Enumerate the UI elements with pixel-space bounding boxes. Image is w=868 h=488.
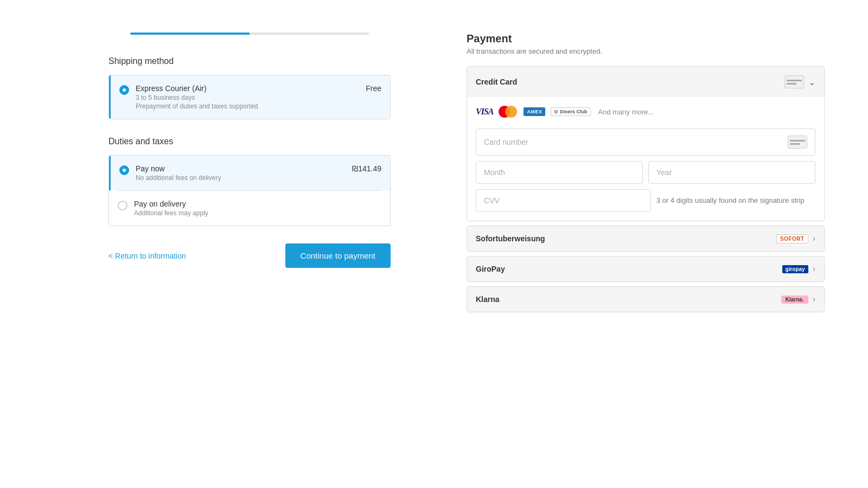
duties-section: Duties and taxes Pay now No additional f… [108,137,391,226]
credit-card-header-right: ⌄ [784,75,815,88]
cvv-field[interactable]: CVV [476,189,651,212]
cvv-row: CVV 3 or 4 digits usually found on the s… [476,189,815,212]
credit-card-header[interactable]: Credit Card ⌄ [467,67,824,97]
return-to-information-link[interactable]: < Return to information [108,252,186,260]
payment-title: Payment [467,33,825,45]
card-logos: VISA AMEX ⊙ Diners Club And many more... [476,106,815,118]
continue-to-payment-button[interactable]: Continue to payment [285,243,391,268]
shipping-sublabel-2: Prepayment of duties and taxes supported [136,102,366,110]
credit-card-chevron-icon: ⌄ [808,77,815,87]
duty-delivery-sublabel: Additional fees may apply [134,209,381,217]
shipping-options-box: Express Courier (Air) 3 to 5 business da… [108,75,391,119]
credit-card-body: VISA AMEX ⊙ Diners Club And many more...… [467,97,824,221]
radio-express [119,85,129,95]
many-more-text: And many more... [598,108,654,116]
sofort-right: SOFORT › [776,234,815,243]
giropay-row[interactable]: GiroPay giropay › [467,256,824,281]
shipping-sublabel-1: 3 to 5 business days [136,94,366,101]
left-panel: Shipping method Express Courier (Air) 3 … [0,0,434,488]
visa-logo: VISA [476,107,493,117]
duty-pay-now-price: ₪141.49 [352,164,381,173]
month-year-row: Month Year [476,161,815,184]
shipping-option-express[interactable]: Express Courier (Air) 3 to 5 business da… [109,75,390,119]
giropay-right: giropay › [782,264,815,274]
giropay-chevron-icon: › [813,264,815,274]
credit-card-icon [784,75,804,88]
mastercard-logo [499,106,518,118]
klarna-row[interactable]: Klarna Klarna. › [467,287,824,312]
sofort-section: Sofortuberweisung SOFORT › [467,226,825,252]
credit-card-label: Credit Card [476,78,517,86]
sofort-label: Sofortuberweisung [476,234,545,243]
giropay-label: GiroPay [476,265,505,273]
duty-delivery-label: Pay on delivery [134,200,381,208]
stripe-2 [787,83,796,85]
radio-pay-delivery [118,201,127,210]
giropay-badge: giropay [782,265,808,273]
duties-options-box: Pay now No additional fees on delivery ₪… [108,155,391,226]
klarna-badge: Klarna. [781,296,808,304]
shipping-price: Free [366,84,381,93]
duty-pay-now-text: Pay now No additional fees on delivery [136,164,352,182]
card-number-stripes [788,138,807,147]
sofort-chevron-icon: › [813,234,815,243]
diners-logo: ⊙ Diners Club [551,107,590,116]
giropay-section: GiroPay giropay › [467,256,825,282]
klarna-section: Klarna Klarna. › [467,286,825,312]
year-field[interactable]: Year [648,161,815,184]
month-placeholder: Month [484,168,505,177]
payment-subtitle: All transactions are secured and encrypt… [467,47,825,55]
duties-title: Duties and taxes [108,137,391,146]
klarna-label: Klarna [476,295,500,304]
radio-pay-now [119,165,129,175]
right-panel: Payment All transactions are secured and… [434,0,868,488]
sofort-row[interactable]: Sofortuberweisung SOFORT › [467,226,824,251]
mc-yellow-circle [505,106,517,118]
stripe-1 [787,80,802,81]
card-number-icon [788,136,807,149]
year-placeholder: Year [656,168,672,177]
cvv-hint: 3 or 4 digits usually found on the signa… [656,189,815,212]
duty-pay-now-label: Pay now [136,164,352,173]
duty-delivery-text: Pay on delivery Additional fees may appl… [134,200,381,217]
shipping-title: Shipping method [108,56,391,66]
page-container: Shipping method Express Courier (Air) 3 … [0,0,868,488]
sofort-badge: SOFORT [776,234,808,243]
month-field[interactable]: Month [476,161,643,184]
shipping-option-label: Express Courier (Air) [136,84,366,93]
klarna-chevron-icon: › [813,294,815,304]
cvv-placeholder: CVV [484,196,500,205]
cn-stripe-1 [790,140,805,142]
duty-option-pay-delivery[interactable]: Pay on delivery Additional fees may appl… [109,191,390,226]
cn-stripe-2 [790,143,800,145]
klarna-right: Klarna. › [781,294,815,304]
duty-pay-now-sublabel: No additional fees on delivery [136,174,352,182]
card-stripes [784,78,804,87]
bottom-actions: < Return to information Continue to paym… [108,243,391,268]
shipping-option-text: Express Courier (Air) 3 to 5 business da… [136,84,366,110]
duty-option-pay-now[interactable]: Pay now No additional fees on delivery ₪… [109,156,390,190]
card-number-field[interactable]: Card number [476,129,815,156]
amex-logo: AMEX [524,107,545,116]
progress-bar [130,33,369,35]
card-number-placeholder: Card number [484,138,528,146]
credit-card-section: Credit Card ⌄ VISA [467,66,825,221]
